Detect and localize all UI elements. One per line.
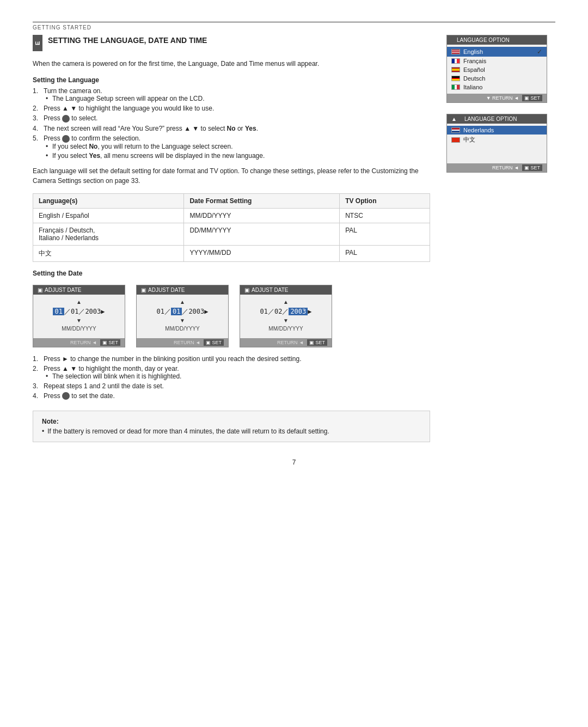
calendar-icon-1: ▣: [38, 287, 42, 293]
lang-label-chinese: 中文: [463, 136, 475, 144]
date-step-4: Press to set the date.: [33, 392, 430, 400]
set-btn-lang-1: ▣ SET: [522, 95, 542, 101]
dot-icon-inner: [459, 118, 462, 121]
lang-panel-2-footer: RETURN ◄ ▣ SET: [447, 163, 547, 172]
lang-label-english: English: [463, 48, 483, 55]
date-arrow-down-3: ▼: [244, 317, 327, 323]
date-format-display-1: MM/DD/YYYY: [38, 326, 120, 332]
return-text-2: RETURN ◄: [492, 165, 519, 170]
date-arrow-up-1: ▲: [38, 299, 120, 305]
dot-icon-2: ▲: [451, 116, 457, 122]
step-4: The next screen will read “Are You Sure?…: [33, 125, 430, 132]
lang-panel-1-footer: ▼ RETURN ◄ ▣ SET: [447, 94, 547, 102]
date-arrow-up-3: ▲: [244, 299, 327, 305]
note-content: • If the battery is removed or dead for …: [42, 427, 421, 435]
lang-item-francais: Français: [451, 57, 542, 65]
tab-marker: E: [33, 35, 42, 51]
return-label-3: RETURN ◄: [277, 340, 304, 345]
date-panel-2: ▣ ADJUST DATE ▲ 01／01／2003▶ ▼ MM/DD/YYYY…: [136, 285, 229, 347]
date-format-3: YYYY/MM/DD: [184, 245, 340, 261]
date-panel-3: ▣ ADJUST DATE ▲ 01／02／2003▶ ▼ MM/DD/YYYY…: [240, 285, 332, 347]
dot-icon-1: [451, 39, 455, 42]
lang-panel-1-header: LANGUAGE OPTION: [447, 35, 547, 45]
page-number: 7: [33, 459, 555, 466]
step-5: Press to confirm the selection. If you s…: [33, 135, 430, 160]
col-header-language: Language(s): [33, 193, 184, 208]
lang-label-espanol: Español: [463, 66, 485, 73]
lang-panel-2-header: ▲ LANGUAGE OPTION: [447, 114, 547, 124]
set-btn-2: ▣ SET: [204, 339, 224, 346]
date-panel-3-footer: RETURN ◄ ▣ SET: [240, 338, 332, 347]
date-format-display-2: MM/DD/YYYY: [141, 326, 224, 332]
lang-option-panel-1: LANGUAGE OPTION English ✓ Français Españ…: [446, 35, 547, 103]
date-value-1: 01／01／2003▶: [38, 307, 120, 316]
lang-label-italiano: Italiano: [463, 84, 482, 90]
date-panel-3-header: ▣ ADJUST DATE: [240, 285, 332, 295]
col-header-tv: TV Option: [340, 193, 430, 208]
note-box: Note: • If the battery is removed or dea…: [33, 411, 430, 442]
step-1: Turn the camera on. The Language Setup s…: [33, 87, 430, 102]
step-1-bullet: The Language Setup screen will appear on…: [44, 95, 430, 102]
flag-it: [451, 84, 460, 90]
tv-option-3: PAL: [340, 245, 430, 261]
lang-item-nederlands: Nederlands: [447, 126, 547, 135]
lang-chinese: 中文: [33, 245, 184, 261]
lang-item-english: English ✓: [447, 47, 547, 57]
date-value-3: 01／02／2003▶: [244, 307, 327, 316]
flag-de: [451, 76, 460, 81]
date-step-2: Press ▲ ▼ to highlight the month, day or…: [33, 365, 430, 380]
language-table: Language(s) Date Format Setting TV Optio…: [33, 193, 430, 262]
table-row: Français / Deutsch,Italiano / Nederlands…: [33, 223, 430, 245]
setting-date-section: Setting the Date ▣ ADJUST DATE ▲ 01／01／2…: [33, 270, 430, 400]
intro-text: When the camera is powered on for the fi…: [33, 59, 430, 69]
date-highlighted-1: 01: [53, 308, 64, 315]
lang-label-deutsch: Deutsch: [463, 75, 485, 82]
note-bullet: •: [42, 427, 44, 435]
flag-cn: [451, 137, 460, 143]
note-title: Note:: [42, 418, 421, 425]
date-highlighted-2: 01: [171, 308, 182, 315]
return-label-2: RETURN ◄: [174, 340, 200, 345]
date-panel-1-header: ▣ ADJUST DATE: [33, 285, 125, 295]
step-5-bullet-2: If you select Yes, all menu screens will…: [44, 152, 430, 160]
lang-item-italiano: Italiano: [451, 83, 542, 91]
date-arrow-up-2: ▲: [141, 299, 224, 305]
date-step-2-bullet: The selection will blink when it is high…: [44, 372, 430, 380]
flag-fr: [451, 58, 460, 64]
date-panel-1: ▣ ADJUST DATE ▲ 01／01／2003▶ ▼ MM/DD/YYYY…: [33, 285, 125, 347]
step-5-bullet-1: If you select No, you will return to the…: [44, 143, 430, 150]
date-step-1: Press ► to change the number in the blin…: [33, 355, 430, 363]
calendar-icon-3: ▣: [244, 287, 249, 293]
lang-item-espanol: Español: [451, 65, 542, 74]
date-step-3: Repeat steps 1 and 2 until the date is s…: [33, 382, 430, 390]
setting-language-section: Setting the Language Turn the camera on.…: [33, 76, 430, 160]
flag-es: [451, 67, 460, 72]
date-highlighted-3: 2003: [289, 308, 308, 315]
checkmark-english: ✓: [537, 48, 542, 56]
return-text-1: ▼ RETURN ◄: [486, 95, 519, 101]
lang-english-spanish: English / Español: [33, 208, 184, 223]
lang-french-group: Français / Deutsch,Italiano / Nederlands: [33, 223, 184, 245]
date-arrow-down-1: ▼: [38, 317, 120, 323]
date-panel-1-footer: RETURN ◄ ▣ SET: [33, 338, 125, 347]
lang-label-francais: Français: [463, 58, 486, 64]
date-format-2: DD/MM/YYYY: [184, 223, 340, 245]
tv-option-2: PAL: [340, 223, 430, 245]
return-label-1: RETURN ◄: [70, 340, 97, 345]
calendar-icon-2: ▣: [141, 287, 146, 293]
date-format-display-3: MM/DD/YYYY: [244, 326, 327, 332]
step-3: Press to select.: [33, 114, 430, 123]
tv-option-1: NTSC: [340, 208, 430, 223]
set-btn-1: ▣ SET: [100, 339, 120, 346]
set-btn-3: ▣ SET: [307, 339, 327, 346]
setting-language-title: Setting the Language: [33, 76, 430, 84]
lang-option-panel-2: ▲ LANGUAGE OPTION Nederlands 中文 RETURN ◄…: [446, 114, 547, 173]
setting-date-title: Setting the Date: [33, 270, 430, 277]
date-panel-2-header: ▣ ADJUST DATE: [137, 285, 228, 295]
getting-started-label: GETTING STARTED: [33, 22, 555, 30]
lang-item-deutsch: Deutsch: [451, 74, 542, 83]
set-btn-lang-2: ▣ SET: [522, 164, 542, 171]
date-panel-2-footer: RETURN ◄ ▣ SET: [137, 338, 228, 347]
flag-nl: [451, 127, 460, 133]
language-paragraph: Each language will set the default setti…: [33, 166, 430, 186]
